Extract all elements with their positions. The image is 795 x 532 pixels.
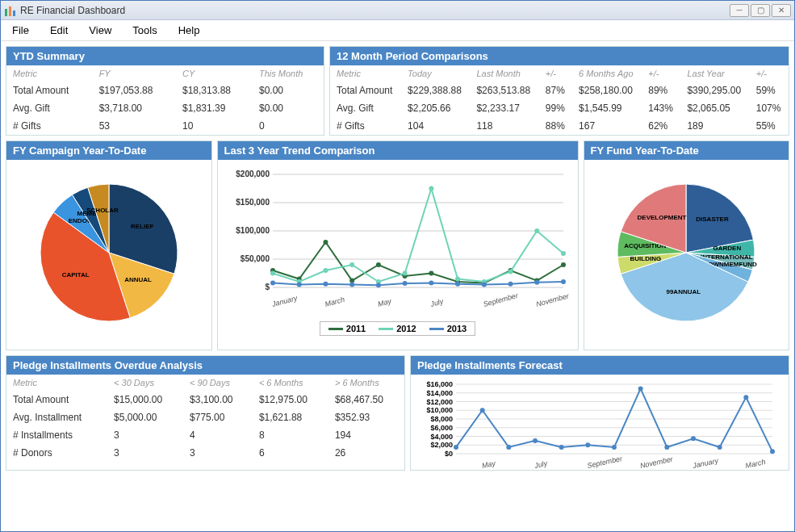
overdue-table: Metric < 30 Days < 90 Days < 6 Months > …: [6, 375, 404, 462]
svg-point-100: [638, 386, 643, 391]
svg-point-36: [561, 262, 566, 267]
table-row: # Installments348194: [6, 426, 404, 444]
svg-text:$8,000: $8,000: [430, 415, 453, 423]
svg-text:$12,000: $12,000: [426, 398, 453, 406]
svg-point-43: [429, 186, 433, 191]
close-button[interactable]: ✕: [772, 4, 791, 17]
table-row: # Gifts53100: [6, 117, 324, 135]
svg-text:$10,000: $10,000: [426, 406, 453, 414]
menu-view[interactable]: View: [86, 23, 115, 38]
svg-point-46: [508, 269, 513, 274]
svg-point-39: [323, 268, 328, 273]
svg-point-59: [534, 280, 539, 285]
svg-point-27: [323, 240, 328, 245]
table-row: Avg. Installment$5,000.00$775.00$1,621.8…: [6, 408, 404, 426]
svg-text:RELIEF: RELIEF: [131, 223, 154, 230]
svg-text:July: July: [429, 297, 444, 308]
svg-point-53: [375, 283, 380, 287]
app-icon: [4, 4, 17, 17]
comparison-table: Metric Today Last Month +/- 6 Months Ago…: [330, 65, 789, 135]
svg-text:SCHOLAR: SCHOLAR: [86, 207, 119, 214]
menubar: File Edit View Tools Help: [1, 20, 794, 41]
svg-text:DEVELOPMENT: DEVELOPMENT: [638, 214, 687, 221]
svg-point-47: [534, 228, 539, 233]
svg-point-48: [561, 251, 566, 256]
trend-panel: Last 3 Year Trend Comparison $200,000$15…: [217, 140, 579, 350]
svg-text:99ANNUAL: 99ANNUAL: [667, 288, 701, 295]
ytd-summary-panel: YTD Summary Metric FY CY This Month Tota…: [6, 46, 324, 136]
svg-point-56: [455, 282, 460, 287]
svg-text:July: July: [533, 459, 548, 470]
campaign-pie-chart: RELIEFANNUALCAPITALENDOWMEMBERSCHOLAR: [6, 160, 211, 346]
svg-point-31: [429, 271, 433, 276]
svg-text:$100,000: $100,000: [236, 226, 270, 235]
menu-tools[interactable]: Tools: [129, 23, 160, 38]
overdue-title: Pledge Installments Overdue Analysis: [6, 356, 404, 375]
titlebar: RE Financial Dashboard ─ ▢ ✕: [1, 1, 794, 20]
svg-point-44: [455, 277, 460, 282]
campaign-title: FY Campaign Year-To-Date: [6, 141, 211, 160]
svg-text:DISASTER: DISASTER: [697, 216, 730, 223]
table-row: Total Amount$197,053.88$18,313.88$0.00: [6, 82, 324, 99]
svg-text:$6,000: $6,000: [430, 424, 453, 432]
table-row: Avg. Gift$2,205.66$2,233.1799%$1,545.991…: [330, 99, 789, 117]
menu-file[interactable]: File: [9, 23, 32, 38]
svg-point-52: [349, 283, 354, 287]
ytd-summary-title: YTD Summary: [6, 47, 324, 65]
svg-text:May: May: [481, 459, 496, 470]
svg-text:CAPITAL: CAPITAL: [61, 271, 89, 279]
svg-point-55: [429, 280, 433, 285]
fund-pie-chart: DISASTERGARDENINTERNATIONALWBROWNMEMFUND…: [584, 160, 789, 346]
ytd-table: Metric FY CY This Month Total Amount$197…: [6, 65, 324, 135]
svg-text:$: $: [265, 283, 270, 291]
svg-point-40: [349, 262, 354, 267]
svg-point-94: [480, 408, 485, 413]
svg-text:January: January: [691, 456, 719, 470]
svg-text:GARDEN: GARDEN: [713, 245, 742, 252]
svg-point-50: [296, 283, 301, 287]
svg-point-97: [559, 445, 564, 450]
window-controls: ─ ▢ ✕: [730, 4, 791, 17]
svg-point-102: [691, 436, 696, 441]
app-window: RE Financial Dashboard ─ ▢ ✕ File Edit V…: [0, 0, 795, 532]
svg-point-99: [612, 445, 617, 450]
table-row: Total Amount$15,000.00$3,100.00$12,975.0…: [6, 391, 404, 408]
svg-text:ANNUAL: ANNUAL: [124, 276, 152, 283]
table-row: Avg. Gift$3,718.00$1,831.39$0.00: [6, 99, 324, 117]
svg-rect-1: [9, 6, 11, 16]
menu-help[interactable]: Help: [175, 23, 203, 38]
svg-text:March: March: [324, 295, 345, 308]
svg-text:September: September: [482, 291, 519, 308]
svg-point-98: [585, 442, 590, 447]
comparison-title: 12 Month Period Comparisons: [330, 47, 789, 65]
svg-text:$16,000: $16,000: [426, 380, 453, 388]
svg-text:November: November: [639, 455, 675, 470]
svg-point-51: [323, 282, 328, 287]
forecast-chart: $16,000$14,000$12,000$10,000$8,000$6,000…: [411, 375, 789, 470]
trend-title: Last 3 Year Trend Comparison: [218, 141, 578, 160]
svg-point-29: [375, 262, 380, 267]
svg-point-60: [561, 279, 566, 284]
fund-panel: FY Fund Year-To-Date DISASTERGARDENINTER…: [584, 140, 790, 350]
svg-text:$200,000: $200,000: [236, 170, 270, 178]
svg-point-104: [743, 395, 748, 400]
content: YTD Summary Metric FY CY This Month Tota…: [1, 41, 794, 532]
svg-rect-2: [13, 10, 15, 16]
svg-text:November: November: [535, 291, 571, 308]
svg-point-95: [506, 445, 511, 450]
overdue-panel: Pledge Installments Overdue Analysis Met…: [6, 355, 405, 471]
svg-text:January: January: [270, 294, 298, 308]
svg-text:$14,000: $14,000: [426, 389, 453, 397]
svg-point-58: [508, 282, 513, 287]
trend-legend: 2011 2012 2013: [320, 321, 475, 336]
svg-rect-0: [5, 9, 7, 16]
svg-text:$2,000: $2,000: [430, 441, 453, 449]
menu-edit[interactable]: Edit: [47, 23, 71, 38]
svg-text:$4,000: $4,000: [430, 433, 453, 441]
svg-point-49: [270, 280, 275, 285]
minimize-button[interactable]: ─: [730, 4, 749, 17]
svg-point-96: [533, 438, 538, 443]
maximize-button[interactable]: ▢: [751, 4, 770, 17]
svg-point-101: [664, 445, 669, 450]
comparison-panel: 12 Month Period Comparisons Metric Today…: [329, 46, 789, 136]
